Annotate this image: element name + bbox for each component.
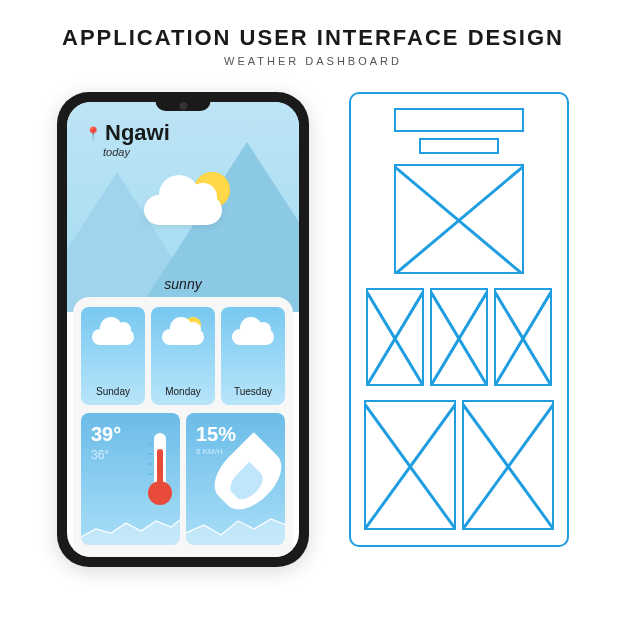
weather-icon (144, 180, 222, 225)
details-panel: Sunday Monday Tuesday 39° 36 (73, 297, 293, 557)
wireframe-subtitle-box (419, 138, 499, 154)
stats-row: 39° 36° (81, 413, 285, 545)
location-row[interactable]: 📍 Ngawi (85, 120, 170, 146)
wireframe-stat-box (462, 400, 554, 530)
forecast-day[interactable]: Monday (151, 307, 215, 405)
cloud-icon (162, 329, 204, 345)
wireframe-hero-box (394, 164, 524, 274)
phone-frame: 📍 Ngawi today sunny Sunday (57, 92, 309, 567)
trend-chart-icon (186, 511, 285, 545)
phone-notch (156, 99, 211, 111)
wireframe-panel (349, 92, 569, 547)
wireframe-day-box (366, 288, 424, 386)
location-pin-icon: 📍 (85, 126, 101, 141)
condition-label: sunny (164, 276, 201, 292)
city-name: Ngawi (105, 120, 170, 146)
page-header: APPLICATION USER INTERFACE DESIGN WEATHE… (0, 0, 626, 82)
cloud-icon (92, 329, 134, 345)
date-label: today (103, 146, 130, 158)
trend-chart-icon (81, 511, 180, 545)
temperature-card[interactable]: 39° 36° (81, 413, 180, 545)
wireframe-stats-row (361, 400, 557, 530)
wireframe-stat-box (364, 400, 456, 530)
forecast-day[interactable]: Sunday (81, 307, 145, 405)
page-subtitle: WEATHER DASHBOARD (0, 55, 626, 67)
wireframe-title-box (394, 108, 524, 132)
cloud-icon (232, 329, 274, 345)
wireframe-day-box (430, 288, 488, 386)
humidity-card[interactable]: 15% 8 KM/H (186, 413, 285, 545)
mountain-graphic (137, 142, 299, 312)
forecast-day-label: Tuesday (221, 386, 285, 397)
cloud-icon (144, 195, 222, 225)
page-title: APPLICATION USER INTERFACE DESIGN (0, 25, 626, 51)
hero-section: 📍 Ngawi today sunny (67, 102, 299, 312)
app-screen: 📍 Ngawi today sunny Sunday (67, 102, 299, 557)
wireframe-day-box (494, 288, 552, 386)
thermometer-icon (154, 433, 166, 501)
forecast-day-label: Monday (151, 386, 215, 397)
forecast-row: Sunday Monday Tuesday (81, 307, 285, 405)
forecast-day-label: Sunday (81, 386, 145, 397)
forecast-day[interactable]: Tuesday (221, 307, 285, 405)
wireframe-forecast-row (361, 288, 557, 386)
